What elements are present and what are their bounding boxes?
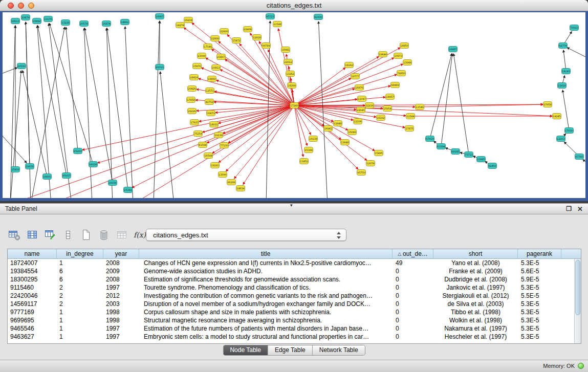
table-source-dropdown[interactable]: citations_edges.txt xyxy=(146,229,346,241)
graph-node[interactable]: 17030 xyxy=(565,128,574,134)
graph-edge[interactable] xyxy=(107,28,128,190)
delete-table-icon[interactable] xyxy=(97,227,111,243)
graph-edge[interactable] xyxy=(154,21,160,198)
fx-icon[interactable]: f(x) xyxy=(133,227,147,243)
graph-edge[interactable] xyxy=(31,27,64,198)
graph-edge[interactable] xyxy=(84,28,92,198)
table-columns-icon[interactable] xyxy=(25,227,39,243)
table-scrollbar-thumb[interactable] xyxy=(575,260,580,315)
graph-node[interactable]: 23090 xyxy=(198,53,206,59)
table-row[interactable]: 969969511998Structural magnetic resonanc… xyxy=(8,316,581,324)
graph-node[interactable]: 75254 xyxy=(194,131,203,137)
graph-node[interactable]: 20574 xyxy=(80,21,89,27)
graph-node[interactable]: 69145 xyxy=(451,149,460,155)
graph-node[interactable]: 17933 xyxy=(190,120,199,125)
graph-node[interactable]: 30673 xyxy=(207,111,215,116)
graph-node[interactable]: 67919 xyxy=(426,136,434,142)
graph-node[interactable]: 16056 xyxy=(108,180,117,186)
graph-node[interactable]: 20813 xyxy=(212,65,221,71)
graph-node[interactable]: 63194 xyxy=(437,144,446,149)
graph-node[interactable]: 18414 xyxy=(190,75,199,80)
graph-node[interactable]: 22612 xyxy=(284,59,293,65)
graph-node[interactable]: 15049 xyxy=(348,129,357,135)
graph-edge[interactable] xyxy=(294,68,345,105)
graph-node[interactable]: 13452 xyxy=(300,159,309,164)
graph-node[interactable]: 11548 xyxy=(273,21,282,27)
graph-node[interactable]: 16874 xyxy=(102,21,111,27)
graph-edge[interactable] xyxy=(234,105,294,179)
graph-edge[interactable] xyxy=(10,71,21,198)
graph-node[interactable]: 95750 xyxy=(357,170,366,176)
graph-node[interactable]: 22606 xyxy=(220,29,229,34)
column-header-name[interactable]: name xyxy=(8,249,57,258)
graph-node[interactable]: 13049 xyxy=(403,60,412,65)
graph-node[interactable]: 19161 xyxy=(211,163,220,168)
graph-node[interactable]: 16102 xyxy=(377,115,385,121)
graph-node[interactable]: 13648 xyxy=(341,140,350,145)
graph-node[interactable]: 13228 xyxy=(61,20,70,26)
graph-node[interactable]: 18613 xyxy=(11,18,20,24)
tab-edge-table[interactable]: Edge Table xyxy=(268,345,312,355)
float-panel-icon[interactable]: ❐ xyxy=(566,205,572,212)
graph-node[interactable]: 12203 xyxy=(557,136,565,142)
graph-node[interactable]: 20533 xyxy=(17,63,26,69)
graph-edge[interactable] xyxy=(26,22,30,166)
graph-node[interactable]: 23807 xyxy=(217,54,226,60)
graph-node[interactable]: 16967 xyxy=(156,14,164,19)
graph-node[interactable]: 15916 xyxy=(11,167,20,172)
graph-edge[interactable] xyxy=(214,102,294,105)
graph-node[interactable]: 19644 xyxy=(379,52,387,57)
graph-node[interactable]: 92450 xyxy=(488,163,497,169)
graph-edge[interactable] xyxy=(3,68,17,76)
graph-node[interactable]: 13090 xyxy=(219,172,227,178)
graph-node[interactable]: 25260 xyxy=(74,148,82,154)
graph-edge[interactable] xyxy=(243,105,294,184)
graph-node[interactable]: 15954 xyxy=(383,106,392,112)
table-row[interactable]: 946554611997Estimation of the future num… xyxy=(8,324,581,333)
graph-node[interactable]: 19860 xyxy=(208,76,216,82)
graph-node[interactable]: 17546 xyxy=(204,44,212,50)
graph-node[interactable]: 14245 xyxy=(553,114,561,119)
graph-node[interactable]: 20426 xyxy=(188,86,197,92)
table-row[interactable]: 977716911998Corpus callosum shape and si… xyxy=(8,308,581,316)
graph-node[interactable]: 22045 xyxy=(357,107,365,113)
graph-node[interactable]: 18300 xyxy=(288,83,296,89)
table-row[interactable]: 2242004622012Investigating the contribut… xyxy=(8,292,581,300)
graph-node[interactable]: 92774 xyxy=(559,43,568,49)
column-header-short[interactable]: short xyxy=(433,249,518,258)
graph-node[interactable]: 19777 xyxy=(351,74,360,79)
graph-node[interactable]: 81594 xyxy=(199,142,207,148)
graph-edge[interactable] xyxy=(201,68,294,105)
panel-splitter-grip[interactable]: ▾ xyxy=(290,203,293,208)
table-import-icon[interactable] xyxy=(43,227,57,243)
graph-node[interactable]: 12818 xyxy=(253,35,262,40)
graph-node[interactable]: 19138 xyxy=(309,136,318,142)
graph-node[interactable]: 19139 xyxy=(214,133,223,138)
graph-node[interactable]: 15472 xyxy=(232,38,241,43)
graph-node[interactable]: 16876 xyxy=(355,85,364,91)
graph-edge[interactable] xyxy=(66,27,78,151)
graph-node[interactable]: 16941 xyxy=(324,126,333,132)
graph-node[interactable]: 15958 xyxy=(543,102,552,107)
graph-node[interactable]: 11544 xyxy=(406,114,415,119)
table-panel-header[interactable]: Table Panel ▾ ❐ ✕ xyxy=(0,203,588,214)
graph-node[interactable]: 99784 xyxy=(262,43,271,49)
graph-node[interactable]: 16038 xyxy=(89,162,98,167)
graph-edge[interactable] xyxy=(453,54,469,155)
graph-node[interactable]: 16162 xyxy=(345,62,354,68)
graph-node[interactable]: 12074 xyxy=(366,161,375,166)
graph-node[interactable]: 12216 xyxy=(365,103,374,108)
close-panel-icon[interactable]: ✕ xyxy=(577,205,583,213)
graph-node[interactable]: 16487 xyxy=(449,47,458,52)
graph-node[interactable]: 14850 xyxy=(400,43,409,49)
column-header-title[interactable]: title xyxy=(139,249,393,258)
table-settings-icon[interactable] xyxy=(7,227,21,243)
graph-node[interactable]: 95723 xyxy=(266,14,275,19)
graph-edge[interactable] xyxy=(106,28,113,198)
graph-edge[interactable] xyxy=(15,105,294,198)
graph-node[interactable]: 17875 xyxy=(405,126,414,132)
graph-node[interactable]: 98469 xyxy=(391,82,400,88)
graph-node[interactable]: 25384 xyxy=(124,187,133,193)
graph-node[interactable]: 19605 xyxy=(43,174,52,180)
graph-edge[interactable] xyxy=(50,24,93,164)
